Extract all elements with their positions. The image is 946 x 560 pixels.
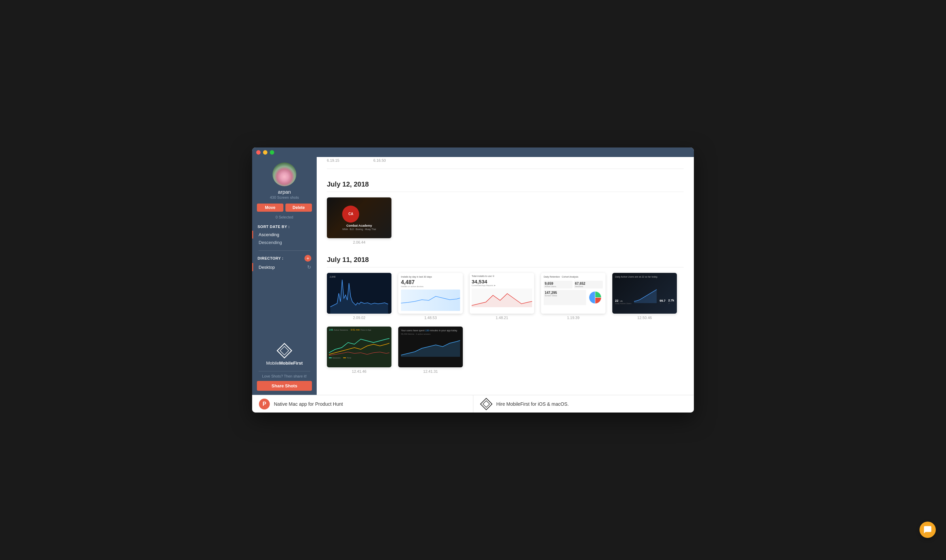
date-heading-july12: July 12, 2018 — [327, 176, 684, 192]
ga-4487-num: 4,487 — [401, 279, 460, 285]
date-heading-july11: July 11, 2018 — [327, 251, 684, 268]
combat-title: Combat Academy — [342, 224, 376, 227]
ga-4487-sub: Installs on active devices — [401, 285, 460, 288]
directory-row: DIRECTORY : + — [252, 255, 317, 262]
time-daily-active: 12.50.46 — [637, 316, 652, 320]
screenshot-spiky[interactable]: 2,848 2.09.02 — [327, 273, 391, 320]
thumb-user-time[interactable]: Your users have spent 130 minutes in you… — [398, 326, 463, 367]
product-hunt-icon: P — [259, 398, 270, 409]
ut-title: Your users have spent 130 minutes in you… — [401, 329, 460, 332]
logo-text: MobileMobileFirst — [266, 360, 303, 366]
footer-bar: P Native Mac app for Product Hunt Hire M… — [252, 395, 694, 412]
user-name: arpan — [278, 189, 291, 195]
sort-descending[interactable]: Descending — [252, 238, 317, 246]
screenshot-ga-pie[interactable]: Daily Retention · Cohort Analysis 9,659 … — [541, 273, 606, 320]
share-shots-button[interactable]: Share Shots — [257, 381, 312, 391]
app-window: arpan 430 Screen shots Move Delete 0 Sel… — [252, 148, 694, 412]
svg-text:2,848: 2,848 — [329, 275, 336, 278]
time-combat: 2.06.44 — [353, 240, 366, 244]
ga-34534-num: 34,534 — [472, 278, 532, 285]
thumb-spiky[interactable]: 2,848 — [327, 273, 391, 314]
svg-rect-1 — [280, 346, 289, 355]
sidebar-divider-2 — [258, 371, 310, 371]
close-button[interactable] — [256, 150, 261, 155]
footer-right[interactable]: Hire MobileFirst for iOS & macOS. — [473, 395, 694, 412]
ga-34534-link: Connected App Reports ► — [472, 285, 532, 286]
partial-section: 6.19.15 6.16.50 — [327, 157, 684, 169]
app-body: arpan 430 Screen shots Move Delete 0 Sel… — [252, 157, 694, 395]
window-titlebar — [252, 148, 694, 157]
time-6-16: 6.16.50 — [374, 158, 386, 162]
logo-icon — [276, 342, 293, 359]
thumb-daily-active[interactable]: Daily Active Users are at 22 so far toda… — [612, 273, 677, 314]
thumb-34534[interactable]: Total installs to use ① 34,534 Connected… — [469, 273, 534, 314]
screenshots-grid-july12: CA Combat Academy MMA · BJJ · Boxing · M… — [327, 197, 684, 244]
refresh-icon[interactable]: ↻ — [307, 265, 311, 270]
da-title: Daily Active Users are at 22 so far toda… — [615, 275, 674, 278]
shots-count: 430 Screen shots — [270, 195, 299, 200]
ga-4487-header: Installs by day in last 30 days — [401, 275, 460, 278]
screenshot-daily-active[interactable]: Daily Active Users are at 22 so far toda… — [612, 273, 677, 320]
sort-ascending[interactable]: Ascending — [252, 231, 317, 238]
combat-desc: MMA · BJJ · Boxing · Muay Thai — [342, 228, 376, 231]
sidebar: arpan 430 Screen shots Move Delete 0 Sel… — [252, 157, 317, 395]
footer-left[interactable]: P Native Mac app for Product Hunt — [252, 395, 473, 412]
directory-name: Desktop — [258, 265, 275, 270]
screenshots-grid-july11: 2,848 2.09.02 Installs by day in last 30… — [327, 273, 684, 374]
sidebar-divider-1 — [258, 251, 310, 251]
share-tagline: Love Shots? Then share it! — [262, 374, 306, 378]
time-user-time: 12.41.31 — [423, 369, 438, 374]
time-4487: 1.48.53 — [425, 316, 437, 320]
thumb-multiline[interactable]: 148 Active Sessions 9:51 min Time in App — [327, 326, 391, 367]
section-july11: July 11, 2018 2,848 2.09.02 — [327, 251, 684, 374]
time-multiline: 12.41.46 — [352, 369, 367, 374]
ga-34534-label: Total installs to use ① — [472, 275, 532, 278]
avatar-image — [272, 162, 296, 186]
screenshot-34534[interactable]: Total installs to use ① 34,534 Connected… — [469, 273, 534, 320]
screenshot-multiline[interactable]: 148 Active Sessions 9:51 min Time in App — [327, 326, 391, 374]
avatar — [272, 162, 296, 186]
time-ga-pie: 1.19.39 — [567, 316, 580, 320]
svg-rect-0 — [277, 343, 292, 358]
thumb-combat[interactable]: CA Combat Academy MMA · BJJ · Boxing · M… — [327, 197, 391, 238]
footer-mf-text: Hire MobileFirst for iOS & macOS. — [497, 401, 569, 407]
logo-area: MobileMobileFirst — [266, 342, 303, 366]
footer-ph-text: Native Mac app for Product Hunt — [274, 401, 343, 407]
minimize-button[interactable] — [263, 150, 268, 155]
action-buttons: Move Delete — [252, 203, 317, 212]
footer-logo-icon — [480, 398, 492, 410]
selected-count: 0 Selected — [275, 215, 293, 219]
screenshot-combat[interactable]: CA Combat Academy MMA · BJJ · Boxing · M… — [327, 197, 391, 244]
screenshot-4487[interactable]: Installs by day in last 30 days 4,487 In… — [398, 273, 463, 320]
directory-item-desktop[interactable]: Desktop ↻ — [252, 263, 317, 271]
ga-pie-header: Daily Retention · Cohort Analysis — [544, 275, 603, 278]
section-july12: July 12, 2018 CA Combat Academy MMA · BJ… — [327, 176, 684, 244]
move-button[interactable]: Move — [257, 203, 283, 212]
thumb-ga-pie[interactable]: Daily Retention · Cohort Analysis 9,659 … — [541, 273, 606, 314]
main-content[interactable]: 6.19.15 6.16.50 July 12, 2018 CA Combat … — [317, 157, 694, 395]
screenshot-user-time[interactable]: Your users have spent 130 minutes in you… — [398, 326, 463, 374]
ga-pie-stats: 9,659 Active Users 67,652 Sessions — [544, 281, 603, 289]
directory-label: DIRECTORY : — [258, 256, 283, 260]
time-6-19: 6.19.15 — [327, 158, 340, 162]
combat-badge: CA — [342, 206, 359, 223]
sort-label: SORT DATE BY : — [252, 225, 290, 229]
svg-rect-6 — [480, 398, 492, 410]
time-34534: 1.48.21 — [496, 316, 508, 320]
time-spiky: 2.09.02 — [353, 316, 366, 320]
maximize-button[interactable] — [270, 150, 274, 155]
svg-rect-7 — [483, 401, 490, 408]
thumb-4487[interactable]: Installs by day in last 30 days 4,487 In… — [398, 273, 463, 314]
delete-button[interactable]: Delete — [285, 203, 312, 212]
add-directory-button[interactable]: + — [305, 255, 311, 262]
